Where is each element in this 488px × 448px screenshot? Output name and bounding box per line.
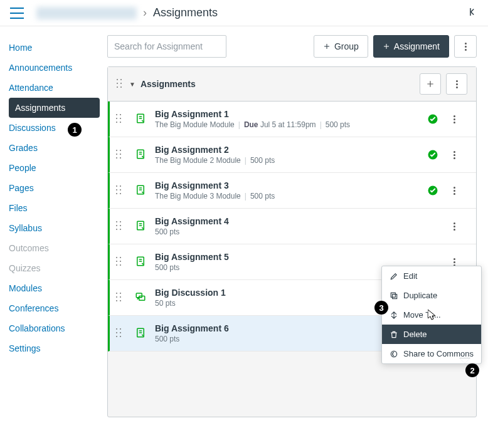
group-more-button[interactable] xyxy=(446,73,467,95)
collapse-sidebar-icon[interactable] xyxy=(467,6,478,19)
menu-item-share-to-commons[interactable]: Share to Commons xyxy=(382,344,481,363)
assignment-title[interactable]: Big Assignment 1 xyxy=(155,109,427,119)
sidebar-item-quizzes[interactable]: Quizzes xyxy=(0,258,103,278)
published-check-icon[interactable] xyxy=(427,149,438,160)
drag-handle-icon[interactable] xyxy=(116,293,122,303)
sidebar-item-collaborations[interactable]: Collaborations xyxy=(0,318,103,338)
group-title: Assignments xyxy=(141,79,196,89)
drag-handle-icon[interactable] xyxy=(116,221,122,231)
annotation-badge-2: 2 xyxy=(465,363,479,377)
annotation-badge-1: 1 xyxy=(68,123,82,137)
search-input[interactable] xyxy=(107,35,226,58)
sidebar-item-home[interactable]: Home xyxy=(0,38,103,58)
sidebar-item-pages[interactable]: Pages xyxy=(0,178,103,198)
assignment-icon xyxy=(135,184,146,197)
assignment-icon xyxy=(135,148,146,162)
assignment-icon xyxy=(135,220,146,233)
breadcrumb-course-blurred xyxy=(36,7,137,19)
row-context-menu: EditDuplicateMove To...DeleteShare to Co… xyxy=(381,266,482,364)
sidebar-item-discussions[interactable]: Discussions xyxy=(0,118,103,138)
menu-item-edit[interactable]: Edit xyxy=(382,266,481,286)
group-add-button[interactable] xyxy=(420,73,441,95)
breadcrumb-current: Assignments xyxy=(153,6,218,19)
sidebar-item-outcomes[interactable]: Outcomes xyxy=(0,238,103,258)
assignment-title[interactable]: Big Assignment 3 xyxy=(155,180,427,190)
breadcrumb-separator: › xyxy=(143,6,147,19)
add-assignment-button[interactable]: Assignment xyxy=(373,35,449,58)
assignment-title[interactable]: Big Assignment 5 xyxy=(155,252,447,262)
row-more-button[interactable] xyxy=(447,115,461,123)
main-content: Group Assignment ▼ Assignments xyxy=(103,26,488,430)
row-main: Big Assignment 3The Big Module 3 Module|… xyxy=(155,180,427,201)
sidebar-item-attendance[interactable]: Attendance xyxy=(0,78,103,98)
sidebar-item-announcements[interactable]: Announcements xyxy=(0,58,103,78)
row-main: Big Assignment 1The Big Module Module|Du… xyxy=(155,109,427,129)
assignment-title[interactable]: Big Assignment 2 xyxy=(155,145,427,155)
menu-item-move-to-[interactable]: Move To... xyxy=(382,305,481,325)
assignment-row[interactable]: Big Assignment 3The Big Module 3 Module|… xyxy=(108,173,476,209)
row-more-button[interactable] xyxy=(447,222,461,231)
sidebar-item-conferences[interactable]: Conferences xyxy=(0,298,103,318)
sidebar-item-files[interactable]: Files xyxy=(0,198,103,218)
toolbar: Group Assignment xyxy=(107,35,477,58)
menu-item-delete[interactable]: Delete xyxy=(382,325,481,344)
sidebar-item-syllabus[interactable]: Syllabus xyxy=(0,218,103,238)
published-check-icon[interactable] xyxy=(427,113,438,125)
toolbar-more-button[interactable] xyxy=(454,35,477,58)
assignment-row[interactable]: Big Assignment 1The Big Module Module|Du… xyxy=(108,102,476,137)
collapse-caret-icon[interactable]: ▼ xyxy=(129,81,135,88)
svg-point-14 xyxy=(391,351,396,357)
assignment-subtitle: The Big Module 3 Module|500 pts xyxy=(155,192,427,201)
drag-handle-icon[interactable] xyxy=(116,114,122,124)
sidebar-item-assignments[interactable]: Assignments xyxy=(9,98,100,118)
published-check-icon[interactable] xyxy=(427,185,438,196)
add-group-button[interactable]: Group xyxy=(314,35,368,58)
sidebar-item-people[interactable]: People xyxy=(0,158,103,178)
drag-handle-icon[interactable] xyxy=(116,257,122,267)
row-more-button[interactable] xyxy=(447,258,461,266)
row-more-button[interactable] xyxy=(447,151,461,159)
drag-handle-icon[interactable] xyxy=(116,150,122,160)
row-main: Big Assignment 4500 pts xyxy=(155,216,447,236)
assignment-icon xyxy=(135,327,146,340)
drag-handle-icon[interactable] xyxy=(117,79,123,89)
discussion-icon xyxy=(135,291,146,305)
row-main: Big Assignment 2The Big Module 2 Module|… xyxy=(155,145,427,165)
sidebar-item-modules[interactable]: Modules xyxy=(0,278,103,298)
assignment-row[interactable]: Big Assignment 4500 pts xyxy=(108,209,476,244)
top-bar: › Assignments xyxy=(0,0,488,26)
assignment-title[interactable]: Big Assignment 4 xyxy=(155,216,447,226)
sidebar-item-grades[interactable]: Grades xyxy=(0,138,103,158)
menu-item-duplicate[interactable]: Duplicate xyxy=(382,286,481,305)
assignment-subtitle: 500 pts xyxy=(155,227,447,236)
row-more-button[interactable] xyxy=(447,187,461,195)
assignments-panel: ▼ Assignments Big Assignment 1The Big Mo… xyxy=(107,66,477,417)
assignment-row[interactable]: Big Assignment 2The Big Module 2 Module|… xyxy=(108,137,476,173)
drag-handle-icon[interactable] xyxy=(116,328,122,338)
svg-rect-13 xyxy=(391,293,395,297)
assignment-icon xyxy=(135,256,146,269)
hamburger-menu-icon[interactable] xyxy=(10,8,24,19)
group-header: ▼ Assignments xyxy=(108,67,476,102)
drag-handle-icon[interactable] xyxy=(116,185,122,195)
sidebar-item-settings[interactable]: Settings xyxy=(0,338,103,358)
svg-rect-12 xyxy=(393,294,397,298)
annotation-badge-3: 3 xyxy=(374,301,388,315)
assignment-subtitle: The Big Module 2 Module|500 pts xyxy=(155,156,427,165)
course-nav: HomeAnnouncementsAttendanceAssignmentsDi… xyxy=(0,26,103,430)
assignment-subtitle: The Big Module Module|Due Jul 5 at 11:59… xyxy=(155,120,427,129)
assignment-icon xyxy=(135,113,146,126)
